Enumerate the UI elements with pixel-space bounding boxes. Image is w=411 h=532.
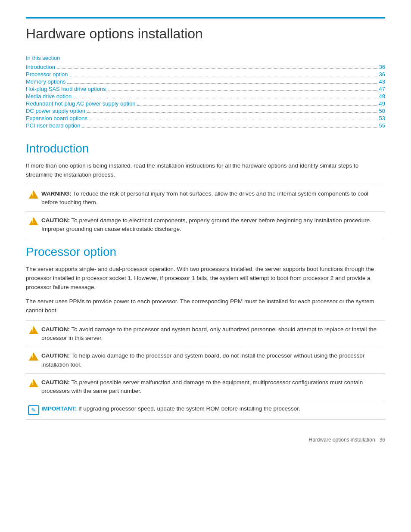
notice-text: To avoid damage to the processor and sys… <box>41 326 377 341</box>
toc-entry-label: Media drive option <box>26 93 72 100</box>
notice-icon-container <box>26 352 41 361</box>
toc-dots <box>108 90 377 91</box>
toc-page: 48 <box>379 93 385 100</box>
toc-dots <box>67 83 377 84</box>
page-footer: Hardware options installation 36 <box>26 437 385 443</box>
notice-content: CAUTION: To prevent possible server malf… <box>41 378 385 396</box>
toc-dots <box>70 76 377 76</box>
toc-entry-label: Introduction <box>26 64 55 70</box>
notice-label: CAUTION: <box>41 352 70 359</box>
toc-entry-label: Memory options <box>26 78 65 85</box>
notice-box: CAUTION: To prevent possible server malf… <box>26 374 385 401</box>
toc-dots <box>57 68 377 69</box>
toc-entry-label: Processor option <box>26 71 68 78</box>
toc-dots <box>82 127 377 128</box>
notice-box: CAUTION: To help avoid damage to the pro… <box>26 347 385 374</box>
toc-page: 47 <box>379 86 385 92</box>
toc-entry[interactable]: Hot-plug SAS hard drive options 47 <box>26 86 385 92</box>
warning-triangle-icon <box>29 190 38 199</box>
warning-triangle-icon <box>29 352 38 361</box>
toc-entry-label: DC power supply option <box>26 108 85 114</box>
important-icon <box>28 405 39 415</box>
notice-icon-container <box>26 190 41 199</box>
toc-entry-label: Hot-plug SAS hard drive options <box>26 86 106 92</box>
toc-page: 43 <box>379 78 385 85</box>
introduction-notices: WARNING: To reduce the risk of personal … <box>26 185 385 238</box>
notice-label: CAUTION: <box>41 326 70 333</box>
notice-label: IMPORTANT: <box>41 405 77 412</box>
toc-list: Introduction 36 Processor option 36 Memo… <box>26 64 385 129</box>
notice-icon-container <box>26 378 41 387</box>
processor-option-heading: Processor option <box>26 245 385 259</box>
notice-content: CAUTION: To prevent damage to electrical… <box>41 216 385 234</box>
notice-box: CAUTION: To prevent damage to electrical… <box>26 212 385 239</box>
toc-entry[interactable]: DC power supply option 50 <box>26 108 385 114</box>
processor-paragraph: The server supports single- and dual-pro… <box>26 265 385 292</box>
toc-page: 53 <box>379 115 385 121</box>
notice-icon-container <box>26 325 41 334</box>
introduction-body: If more than one option is being install… <box>26 162 385 180</box>
toc-heading: In this section <box>26 55 385 61</box>
toc-dots <box>89 120 377 120</box>
notice-content: CAUTION: To avoid damage to the processo… <box>41 325 385 343</box>
table-of-contents: In this section Introduction 36 Processo… <box>26 55 385 129</box>
toc-entry[interactable]: Expansion board options 53 <box>26 115 385 121</box>
warning-triangle-icon <box>29 326 38 334</box>
processor-option-section: Processor option The server supports sin… <box>26 245 385 420</box>
processor-paragraphs: The server supports single- and dual-pro… <box>26 265 385 315</box>
introduction-section: Introduction If more than one option is … <box>26 142 385 238</box>
toc-page: 36 <box>379 71 385 78</box>
toc-page: 49 <box>379 100 385 107</box>
notice-icon-container <box>26 404 41 415</box>
toc-entry[interactable]: Memory options 43 <box>26 78 385 85</box>
notice-content: WARNING: To reduce the risk of personal … <box>41 190 385 207</box>
toc-dots <box>87 112 377 113</box>
notice-icon-container <box>26 216 41 225</box>
processor-notices: CAUTION: To avoid damage to the processo… <box>26 320 385 420</box>
notice-label: WARNING: <box>41 190 72 197</box>
notice-label: CAUTION: <box>41 379 70 386</box>
toc-entry-label: Redundant hot-plug AC power supply optio… <box>26 100 135 107</box>
toc-entry[interactable]: Media drive option 48 <box>26 93 385 100</box>
footer-text: Hardware options installation 36 <box>309 437 385 443</box>
toc-page: 50 <box>379 108 385 114</box>
toc-page: 55 <box>379 122 385 129</box>
notice-text: To prevent possible server malfunction a… <box>41 379 363 394</box>
notice-box: CAUTION: To avoid damage to the processo… <box>26 320 385 348</box>
notice-box: IMPORTANT: If upgrading processor speed,… <box>26 400 385 420</box>
warning-triangle-icon <box>29 379 38 387</box>
introduction-heading: Introduction <box>26 142 385 156</box>
notice-box: WARNING: To reduce the risk of personal … <box>26 185 385 212</box>
processor-paragraph: The server uses PPMs to provide power to… <box>26 297 385 315</box>
toc-page: 36 <box>379 64 385 70</box>
toc-entry-label: Expansion board options <box>26 115 87 121</box>
page-title: Hardware options installation <box>26 17 385 42</box>
toc-entry-label: PCI riser board option <box>26 122 80 129</box>
toc-dots <box>73 98 377 98</box>
notice-text: If upgrading processor speed, update the… <box>78 405 300 412</box>
notice-text: To help avoid damage to the processor an… <box>41 352 364 367</box>
notice-label: CAUTION: <box>41 217 70 224</box>
notice-text: To reduce the risk of personal injury fr… <box>41 190 368 205</box>
toc-entry[interactable]: Introduction 36 <box>26 64 385 70</box>
warning-triangle-icon <box>29 217 38 225</box>
toc-entry[interactable]: PCI riser board option 55 <box>26 122 385 129</box>
notice-content: IMPORTANT: If upgrading processor speed,… <box>41 404 385 413</box>
notice-content: CAUTION: To help avoid damage to the pro… <box>41 352 385 369</box>
toc-dots <box>137 105 377 106</box>
toc-entry[interactable]: Redundant hot-plug AC power supply optio… <box>26 100 385 107</box>
toc-entry[interactable]: Processor option 36 <box>26 71 385 78</box>
notice-text: To prevent damage to electrical componen… <box>41 217 371 232</box>
